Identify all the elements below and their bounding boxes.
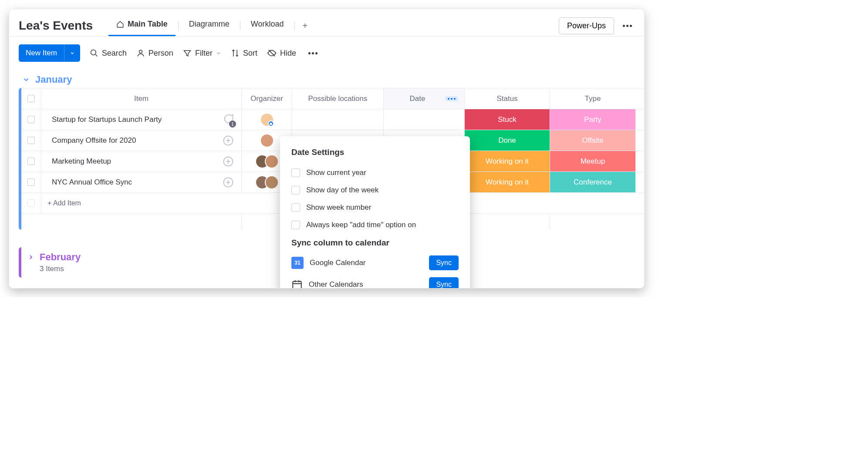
column-header-status[interactable]: Status (465, 88, 550, 109)
board-header: Lea's Events Main Table Diagramme Worklo… (9, 9, 644, 37)
board-options-button[interactable] (620, 22, 635, 30)
board-toolbar: New Item Search Person Filter Sort Hide (9, 37, 644, 70)
type-label: Offsite (582, 136, 604, 145)
status-cell[interactable]: Stuck (465, 109, 550, 130)
item-cell-wrap: Marketing Meetup (41, 151, 242, 171)
tab-diagramme-label: Diagramme (189, 20, 230, 29)
type-label: Meetup (581, 157, 605, 166)
hide-label: Hide (280, 49, 296, 58)
checkbox-icon (27, 95, 35, 102)
sync-google-button[interactable]: Sync (429, 255, 459, 270)
type-cell[interactable]: Meetup (550, 151, 635, 171)
status-cell[interactable]: Working on it (465, 172, 550, 192)
column-organizer-label: Organizer (250, 94, 283, 103)
avatar (265, 175, 279, 189)
item-cell-wrap: NYC Annual Office Sync (41, 172, 242, 192)
sort-icon (231, 49, 240, 57)
checkbox-icon (291, 186, 300, 195)
hide-tool[interactable]: Hide (267, 48, 296, 58)
chat-button[interactable] (215, 134, 241, 147)
select-all-cell[interactable] (21, 88, 41, 109)
option-show-day-of-week[interactable]: Show day of the week (291, 181, 459, 199)
group-header-january[interactable]: January (9, 70, 644, 88)
sort-label: Sort (243, 49, 257, 58)
view-tabs: Main Table Diagramme Workload + (108, 15, 313, 36)
status-label: Working on it (486, 178, 529, 187)
calendar-icon (291, 279, 303, 289)
item-name[interactable]: Marketing Meetup (41, 155, 215, 168)
tab-separator (240, 21, 240, 30)
date-settings-popover: Date Settings Show current year Show day… (280, 136, 470, 289)
checkbox-icon (291, 168, 300, 177)
chat-button[interactable] (215, 176, 241, 188)
home-icon (116, 20, 124, 28)
add-view-button[interactable]: + (297, 18, 313, 34)
tab-workload[interactable]: Workload (243, 15, 292, 36)
column-header-type[interactable]: Type (550, 88, 635, 109)
filter-tool[interactable]: Filter (183, 49, 221, 58)
checkbox-icon (27, 178, 35, 186)
board-title[interactable]: Lea's Events (19, 19, 93, 33)
sort-tool[interactable]: Sort (231, 49, 257, 58)
new-item-dropdown[interactable] (64, 44, 80, 62)
column-header-locations[interactable]: Possible locations (292, 88, 384, 109)
person-filter-tool[interactable]: Person (136, 49, 173, 58)
new-item-button[interactable]: New Item (19, 44, 64, 62)
row-select-cell[interactable] (21, 151, 41, 171)
table-header-row: Item Organizer Possible locations Date S… (21, 88, 644, 109)
sync-google-calendar-row: 31 Google Calendar Sync (291, 252, 459, 274)
filter-icon (183, 49, 192, 57)
item-name[interactable]: Startup for Startups Launch Party (41, 113, 215, 127)
board-container: Lea's Events Main Table Diagramme Worklo… (9, 9, 645, 289)
table-row[interactable]: Startup for Startups Launch Party 1 Stuc… (21, 109, 644, 130)
avatar (265, 154, 279, 168)
tab-separator (294, 21, 295, 30)
date-column-menu-button[interactable] (445, 96, 458, 101)
chat-button[interactable] (215, 155, 241, 168)
tab-main-table[interactable]: Main Table (108, 15, 176, 36)
column-header-item[interactable]: Item (41, 88, 242, 109)
person-icon (136, 49, 145, 57)
column-header-date[interactable]: Date (384, 88, 465, 109)
option-show-week-number[interactable]: Show week number (291, 199, 459, 216)
row-select-cell[interactable] (21, 130, 41, 151)
locations-cell[interactable] (292, 109, 384, 130)
row-select-cell[interactable] (21, 109, 41, 130)
type-cell[interactable]: Party (550, 109, 635, 130)
column-header-organizer[interactable]: Organizer (242, 88, 292, 109)
avatar (260, 113, 274, 127)
option-label: Always keep "add time" option on (306, 221, 416, 229)
column-type-label: Type (585, 94, 601, 103)
option-keep-add-time[interactable]: Always keep "add time" option on (291, 216, 459, 234)
home-badge-icon (268, 121, 274, 127)
chat-add-icon (222, 176, 234, 188)
chat-add-icon (222, 134, 234, 147)
hide-icon (267, 48, 277, 58)
status-cell[interactable]: Working on it (465, 151, 550, 171)
option-show-current-year[interactable]: Show current year (291, 164, 459, 181)
chat-button[interactable]: 1 (215, 113, 241, 127)
tab-diagramme[interactable]: Diagramme (181, 15, 237, 36)
type-cell[interactable]: Conference (550, 172, 635, 192)
date-cell[interactable] (384, 109, 465, 130)
option-label: Show day of the week (306, 186, 378, 195)
status-label: Working on it (486, 157, 529, 166)
row-select-cell (21, 193, 41, 213)
search-tool[interactable]: Search (90, 49, 127, 58)
sync-other-button[interactable]: Sync (429, 277, 459, 289)
filter-label: Filter (195, 49, 213, 58)
item-name[interactable]: Company Offsite for 2020 (41, 134, 215, 147)
option-label: Show week number (306, 203, 371, 212)
item-name[interactable]: NYC Annual Office Sync (41, 176, 215, 188)
checkbox-icon (291, 221, 300, 229)
row-select-cell[interactable] (21, 172, 41, 192)
type-cell[interactable]: Offsite (550, 130, 635, 151)
new-item-split-button: New Item (19, 44, 80, 62)
organizer-cell[interactable] (242, 109, 292, 130)
google-calendar-label: Google Calendar (310, 258, 366, 267)
chevron-right-icon (27, 254, 34, 261)
status-cell[interactable]: Done (465, 130, 550, 151)
checkbox-icon (27, 116, 35, 123)
powerups-button[interactable]: Power-Ups (559, 17, 614, 34)
toolbar-more-button[interactable] (306, 50, 320, 57)
